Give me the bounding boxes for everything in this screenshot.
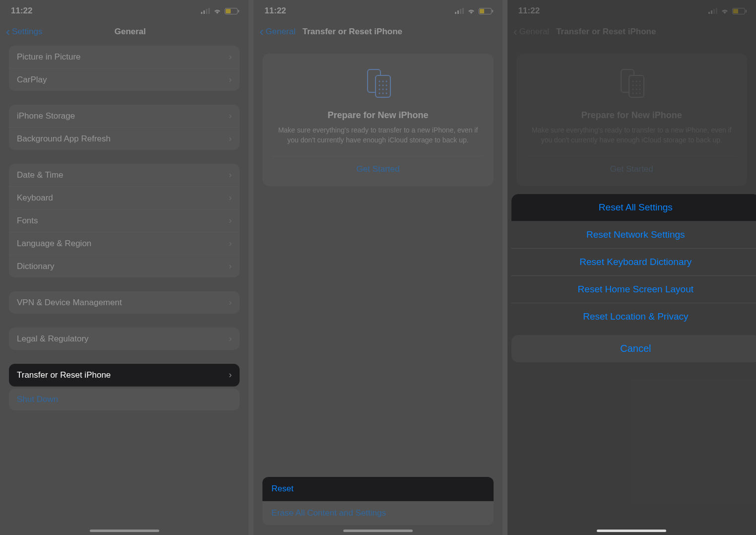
row-iphone-storage[interactable]: iPhone Storage› <box>9 105 240 128</box>
svg-point-38 <box>636 93 637 94</box>
svg-point-34 <box>632 89 634 90</box>
svg-rect-24 <box>713 9 715 14</box>
svg-point-29 <box>636 81 637 82</box>
row-label: Picture in Picture <box>17 52 229 62</box>
row-label: Background App Refresh <box>17 134 229 144</box>
row-fonts[interactable]: Fonts› <box>9 209 240 232</box>
home-indicator[interactable] <box>597 530 666 532</box>
erase-all-button[interactable]: Erase All Content and Settings <box>262 501 493 525</box>
row-vpn-device-management[interactable]: VPN & Device Management› <box>9 291 240 314</box>
nav-bar: ‹ General Transfer or Reset iPhone <box>507 20 756 46</box>
prepare-description: Make sure everything's ready to transfer… <box>526 126 737 145</box>
prepare-title: Prepare for New iPhone <box>526 110 737 121</box>
svg-point-32 <box>636 85 637 86</box>
svg-point-31 <box>632 85 634 86</box>
svg-point-33 <box>639 85 641 86</box>
svg-rect-22 <box>708 12 710 14</box>
back-chevron-icon[interactable]: ‹ <box>513 25 517 39</box>
cellular-icon <box>201 8 210 14</box>
row-transfer-reset[interactable]: Transfer or Reset iPhone› <box>9 364 240 387</box>
screen-general: 11:22 ‹ Settings General Picture in Pict… <box>0 0 249 535</box>
row-label: Date & Time <box>17 170 229 180</box>
svg-point-37 <box>632 93 634 94</box>
svg-point-35 <box>636 89 637 90</box>
get-started-button[interactable]: Get Started <box>272 156 483 174</box>
svg-point-36 <box>639 89 641 90</box>
reset-all-settings-button[interactable]: Reset All Settings <box>511 194 756 221</box>
back-chevron-icon[interactable]: ‹ <box>6 25 10 39</box>
svg-point-12 <box>385 81 387 82</box>
svg-rect-4 <box>455 12 456 14</box>
svg-point-20 <box>382 93 383 94</box>
row-date-time[interactable]: Date & Time› <box>9 164 240 187</box>
svg-point-39 <box>639 93 641 94</box>
chevron-right-icon: › <box>229 297 232 308</box>
prepare-card: Prepare for New iPhone Make sure everyth… <box>262 54 493 186</box>
phones-icon <box>361 66 395 102</box>
row-language-region[interactable]: Language & Region› <box>9 232 240 255</box>
svg-point-18 <box>385 89 387 90</box>
svg-point-19 <box>378 93 380 94</box>
prepare-card: Prepare for New iPhone Make sure everyth… <box>516 54 747 186</box>
nav-bar: ‹ Settings General <box>0 20 249 46</box>
row-dictionary[interactable]: Dictionary› <box>9 255 240 277</box>
reset-network-settings-button[interactable]: Reset Network Settings <box>511 221 756 249</box>
chevron-right-icon: › <box>229 111 232 121</box>
sheet-options: Reset All Settings Reset Network Setting… <box>511 194 756 330</box>
svg-rect-6 <box>460 9 461 14</box>
back-button[interactable]: General <box>519 27 549 37</box>
row-label: Dictionary <box>17 262 229 271</box>
chevron-right-icon: › <box>229 134 232 144</box>
row-label: Language & Region <box>17 239 229 249</box>
row-picture-in-picture[interactable]: Picture in Picture› <box>9 46 240 68</box>
chevron-right-icon: › <box>229 215 232 226</box>
reset-button[interactable]: Reset <box>262 477 493 501</box>
svg-point-15 <box>385 85 387 86</box>
svg-rect-25 <box>716 8 717 14</box>
row-label: iPhone Storage <box>17 111 229 121</box>
row-label: Transfer or Reset iPhone <box>17 370 229 380</box>
chevron-right-icon: › <box>229 52 232 62</box>
reset-home-screen-layout-button[interactable]: Reset Home Screen Layout <box>511 276 756 303</box>
prepare-title: Prepare for New iPhone <box>272 110 483 121</box>
row-label: Shut Down <box>17 395 232 404</box>
chevron-right-icon: › <box>229 238 232 249</box>
svg-point-10 <box>378 81 380 82</box>
row-background-app-refresh[interactable]: Background App Refresh› <box>9 128 240 150</box>
battery-icon <box>225 8 238 14</box>
svg-rect-7 <box>462 8 464 14</box>
screen-reset-sheet: 11:22 ‹ General Transfer or Reset iPhone… <box>507 0 756 535</box>
prepare-description: Make sure everything's ready to transfer… <box>272 126 483 145</box>
back-button[interactable]: General <box>265 27 295 37</box>
svg-point-17 <box>382 89 383 90</box>
row-shut-down[interactable]: Shut Down <box>9 389 240 410</box>
row-label: CarPlay <box>17 75 229 85</box>
get-started-button[interactable]: Get Started <box>526 156 737 174</box>
row-legal-regulatory[interactable]: Legal & Regulatory› <box>9 328 240 350</box>
reset-action-sheet: Reset All Settings Reset Network Setting… <box>511 194 756 362</box>
bottom-actions: Reset Erase All Content and Settings <box>262 477 493 525</box>
chevron-right-icon: › <box>229 261 232 271</box>
svg-point-30 <box>639 81 641 82</box>
reset-location-privacy-button[interactable]: Reset Location & Privacy <box>511 303 756 330</box>
battery-icon <box>479 8 492 14</box>
svg-point-28 <box>632 81 634 82</box>
back-chevron-icon[interactable]: ‹ <box>259 25 263 39</box>
status-bar: 11:22 <box>507 0 756 20</box>
row-label: Fonts <box>17 216 229 226</box>
cancel-button[interactable]: Cancel <box>511 335 756 362</box>
phones-icon <box>614 66 649 102</box>
row-keyboard[interactable]: Keyboard› <box>9 187 240 209</box>
svg-rect-1 <box>203 10 205 14</box>
wifi-icon <box>720 8 729 14</box>
cellular-icon <box>708 8 717 14</box>
settings-group: Picture in Picture› CarPlay› <box>9 46 240 91</box>
home-indicator[interactable] <box>343 530 413 532</box>
home-indicator[interactable] <box>90 530 159 532</box>
page-title: General <box>17 27 243 37</box>
reset-keyboard-dictionary-button[interactable]: Reset Keyboard Dictionary <box>511 249 756 276</box>
row-carplay[interactable]: CarPlay› <box>9 68 240 91</box>
settings-group: Legal & Regulatory› <box>9 328 240 350</box>
svg-point-16 <box>378 89 380 90</box>
chevron-right-icon: › <box>229 334 232 344</box>
